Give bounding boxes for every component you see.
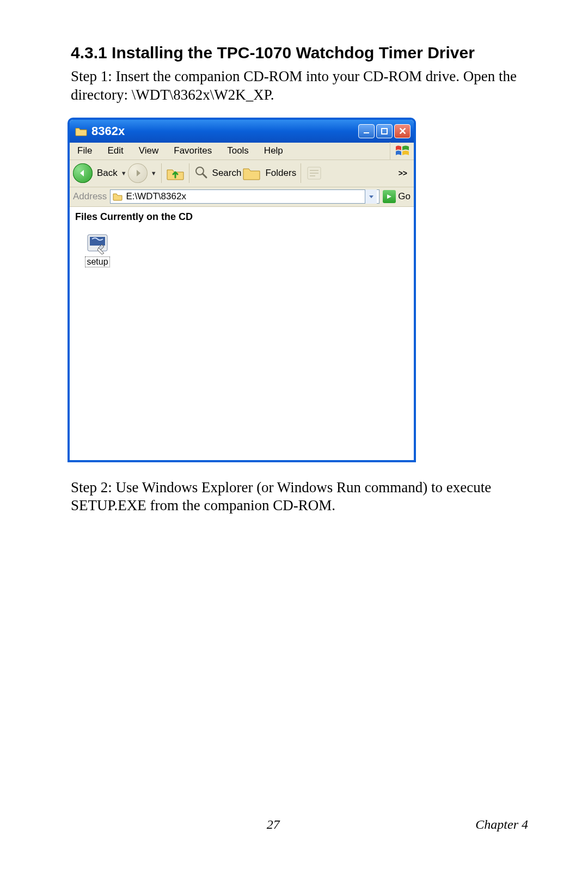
toolbar: Back ▼ ▼ Search <box>70 160 414 187</box>
back-arrow-icon <box>73 163 93 183</box>
svg-line-3 <box>203 174 206 178</box>
svg-rect-0 <box>364 132 369 133</box>
search-icon <box>194 165 208 182</box>
toolbar-separator <box>161 163 162 183</box>
back-label: Back <box>97 168 118 179</box>
section-heading: 4.3.1 Installing the TPC-1070 Watchdog T… <box>71 44 528 62</box>
menubar: File Edit View Favorites Tools Help <box>70 143 414 160</box>
forward-button[interactable]: ▼ <box>128 163 157 183</box>
page-number: 27 <box>267 817 280 832</box>
folders-icon <box>242 166 261 181</box>
go-button[interactable]: Go <box>383 190 411 203</box>
address-dropdown-button[interactable] <box>365 189 377 204</box>
search-label: Search <box>212 168 242 179</box>
up-button[interactable] <box>166 166 185 181</box>
chapter-label: Chapter 4 <box>475 817 528 832</box>
menu-tools[interactable]: Tools <box>219 143 256 158</box>
svg-rect-1 <box>382 129 387 134</box>
menu-help[interactable]: Help <box>256 143 291 158</box>
step-1-text: Step 1: Insert the companion CD-ROM into… <box>71 68 528 105</box>
forward-arrow-icon <box>128 163 148 183</box>
windows-flag-icon <box>390 142 414 160</box>
address-label: Address <box>73 191 107 202</box>
back-button[interactable]: Back ▼ <box>73 163 127 183</box>
folder-content[interactable]: setup <box>70 226 414 460</box>
menu-file[interactable]: File <box>70 143 100 158</box>
maximize-button[interactable] <box>376 124 393 138</box>
close-button[interactable]: ✕ <box>394 124 411 138</box>
address-field[interactable]: E:\WDT\8362x <box>110 189 379 204</box>
go-label: Go <box>398 191 411 202</box>
go-arrow-icon <box>383 190 396 203</box>
menu-favorites[interactable]: Favorites <box>166 143 219 158</box>
toolbar-separator <box>301 163 301 183</box>
explorer-window: 8362x ✕ File Edit View Favorites Tools H… <box>68 118 416 462</box>
up-folder-icon <box>166 166 185 181</box>
history-icon <box>305 165 324 181</box>
folders-button[interactable]: Folders <box>242 166 296 181</box>
setup-exe-icon <box>85 231 109 255</box>
section-header: Files Currently on the CD <box>70 207 414 226</box>
forward-dropdown-icon[interactable]: ▼ <box>151 170 157 176</box>
folder-open-icon <box>75 126 87 137</box>
folder-icon <box>113 192 122 201</box>
toolbar-overflow-button[interactable]: >> <box>399 169 411 178</box>
menu-view[interactable]: View <box>131 143 167 158</box>
folders-label: Folders <box>265 168 296 179</box>
toolbar-separator <box>189 163 189 183</box>
address-bar: Address E:\WDT\8362x Go <box>70 187 414 207</box>
address-value: E:\WDT\8362x <box>126 191 186 202</box>
step-2-text: Step 2: Use Windows Explorer (or Windows… <box>71 479 528 516</box>
back-dropdown-icon[interactable]: ▼ <box>121 170 127 176</box>
search-button[interactable]: Search <box>194 165 242 182</box>
file-item-setup[interactable]: setup <box>78 231 117 267</box>
window-title: 8362x <box>91 124 358 138</box>
menu-edit[interactable]: Edit <box>100 143 131 158</box>
minimize-button[interactable] <box>358 124 375 138</box>
svg-rect-6 <box>90 237 105 246</box>
history-button[interactable] <box>305 165 324 181</box>
file-label: setup <box>85 256 109 267</box>
titlebar[interactable]: 8362x ✕ <box>70 120 414 143</box>
